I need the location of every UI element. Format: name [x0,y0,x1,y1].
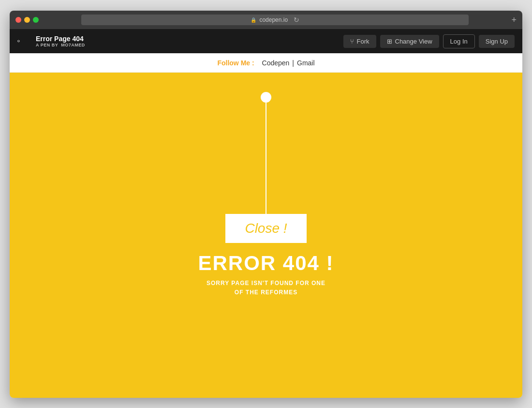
fork-icon: ⑂ [350,38,354,45]
follow-pipe: | [292,59,294,67]
pen-title: Error Page 404 [36,35,85,43]
change-view-button[interactable]: ⊞ Change View [380,35,439,48]
follow-separator [257,59,259,67]
balloon-assembly: Close ! [225,92,306,243]
new-tab-button[interactable]: + [511,15,517,24]
address-text: codepen.io [259,16,288,23]
error-content: Close ! ERROR 404 ! SORRY PAGE ISN'T FOU… [10,73,522,398]
balloon-string [266,103,266,214]
codepen-follow-link[interactable]: Codepen [262,59,290,67]
traffic-lights [15,17,39,23]
gmail-follow-link[interactable]: Gmail [297,59,315,67]
follow-label: Follow Me : [217,59,254,67]
minimize-traffic-light[interactable] [24,17,30,23]
pen-author: A PEN BY MO7AMED [36,43,85,47]
title-bar: 🔒 codepen.io ↻ + [10,11,522,29]
close-traffic-light[interactable] [15,17,21,23]
balloon-circle [261,92,271,103]
follow-bar: Follow Me : Codepen | Gmail [10,53,522,73]
pen-title-block: Error Page 404 A PEN BY MO7AMED [36,35,85,47]
close-text: Close ! [245,221,287,236]
maximize-traffic-light[interactable] [33,17,39,23]
codepen-navbar: Error Page 404 A PEN BY MO7AMED ⑂ Fork ⊞… [10,29,522,53]
error-title: ERROR 404 ! [198,252,334,275]
lock-icon: 🔒 [251,17,256,23]
pen-info: Error Page 404 A PEN BY MO7AMED [17,34,85,48]
address-bar[interactable]: 🔒 codepen.io ↻ [81,15,469,25]
signup-button[interactable]: Sign Up [479,35,515,48]
codepen-logo-icon [17,34,31,48]
reload-icon[interactable]: ↻ [294,16,299,24]
fork-button[interactable]: ⑂ Fork [343,35,376,48]
close-box[interactable]: Close ! [225,214,306,243]
login-button[interactable]: Log In [443,34,475,48]
error-subtitle: SORRY PAGE ISN'T FOUND FOR ONE OF THE RE… [207,279,325,297]
nav-actions: ⑂ Fork ⊞ Change View Log In Sign Up [343,34,515,48]
change-view-icon: ⊞ [387,38,392,45]
